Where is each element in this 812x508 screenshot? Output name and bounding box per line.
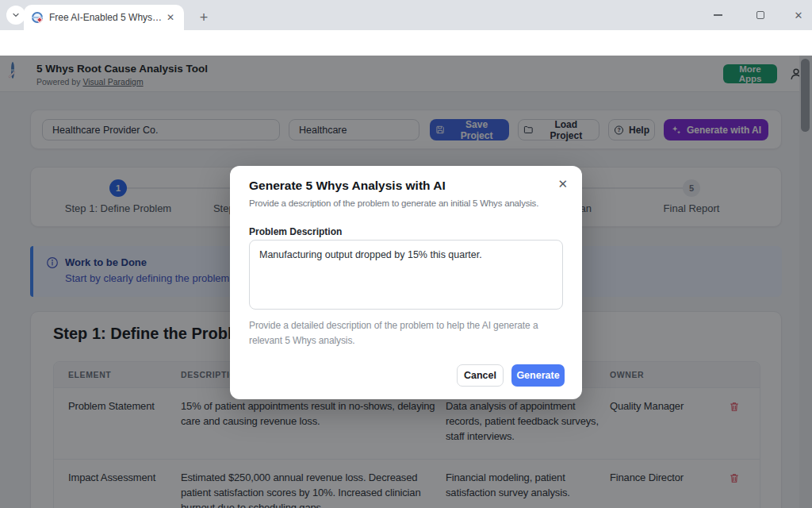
browser-tab[interactable]: Free AI-Enabled 5 Whys Root C ✕ [24, 5, 184, 30]
page-viewport: 5 Whys Root Cause Analysis Tool Powered … [0, 56, 812, 508]
minimize-icon [714, 14, 722, 15]
problem-description-textarea[interactable]: Manufacturing output dropped by 15% this… [249, 240, 563, 310]
tab-search-button[interactable] [6, 6, 25, 25]
maximize-icon [756, 11, 764, 19]
new-tab-button[interactable]: + [193, 7, 214, 28]
modal-helper-text: Provide a detailed description of the pr… [249, 318, 565, 348]
window-close-button[interactable]: ✕ [780, 0, 812, 30]
tab-title: Free AI-Enabled 5 Whys Root C [49, 12, 163, 23]
window-minimize-button[interactable] [699, 0, 736, 30]
problem-description-label: Problem Description [249, 226, 342, 237]
modal-title: Generate 5 Whys Analysis with AI [249, 179, 446, 193]
browser-toolbar: ← → ⟳ ai-toolbox.visual-paradigm.com/app… [0, 30, 812, 56]
close-icon: ✕ [795, 10, 803, 21]
modal-close-icon[interactable]: ✕ [554, 174, 571, 194]
cancel-button[interactable]: Cancel [457, 364, 504, 387]
chevron-down-icon [11, 10, 21, 20]
browser-window: Free AI-Enabled 5 Whys Root C ✕ + ✕ ← → … [0, 0, 812, 508]
tab-close-icon[interactable]: ✕ [163, 10, 178, 25]
tab-strip: Free AI-Enabled 5 Whys Root C ✕ + ✕ [0, 0, 812, 30]
favicon-icon [32, 12, 43, 23]
generate-button[interactable]: Generate [511, 364, 565, 387]
window-maximize-button[interactable] [742, 0, 779, 30]
generate-ai-modal: ✕ Generate 5 Whys Analysis with AI Provi… [230, 166, 582, 399]
modal-subtitle: Provide a description of the problem to … [249, 198, 538, 208]
